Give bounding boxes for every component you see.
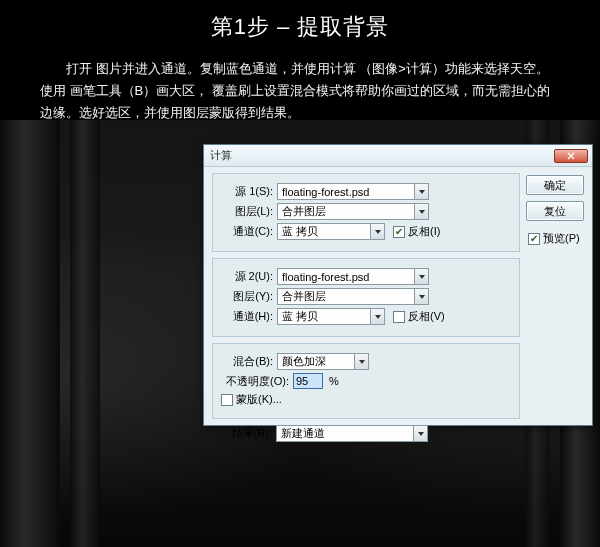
checkbox-icon [221,394,233,406]
page-title: 第1步 – 提取背景 [0,0,600,42]
source2-file-value: floating-forest.psd [282,271,414,283]
preview-label: 预览(P) [543,231,580,246]
chevron-down-icon [370,309,384,324]
source2-channel-label: 通道(H): [221,309,277,324]
result-value: 新建通道 [281,426,413,441]
opacity-input[interactable] [293,373,323,389]
source2-group: 源 2(U): floating-forest.psd 图层(Y): 合并图层 … [212,258,520,337]
source1-layer-value: 合并图层 [282,204,414,219]
source1-invert-label: 反相(I) [408,224,440,239]
checkbox-icon: ✔ [393,226,405,238]
source2-file-dropdown[interactable]: floating-forest.psd [277,268,429,285]
dialog-title: 计算 [210,148,554,163]
preview-checkbox[interactable]: ✔ 预览(P) [528,231,584,246]
chevron-down-icon [354,354,368,369]
ok-button[interactable]: 确定 [526,175,584,195]
chevron-down-icon [414,184,428,199]
checkbox-icon [393,311,405,323]
opacity-unit: % [329,375,339,387]
mask-checkbox[interactable]: 蒙版(K)... [221,392,282,407]
chevron-down-icon [414,204,428,219]
source1-label: 源 1(S): [221,184,277,199]
opacity-label: 不透明度(O): [221,374,293,389]
result-label: 结果(R): [220,426,276,441]
checkbox-icon: ✔ [528,233,540,245]
source1-layer-label: 图层(L): [221,204,277,219]
mask-label: 蒙版(K)... [236,392,282,407]
chevron-down-icon [414,289,428,304]
source2-layer-dropdown[interactable]: 合并图层 [277,288,429,305]
source2-layer-label: 图层(Y): [221,289,277,304]
source1-channel-value: 蓝 拷贝 [282,224,370,239]
source2-invert-checkbox[interactable]: 反相(V) [393,309,445,324]
chevron-down-icon [370,224,384,239]
source2-channel-value: 蓝 拷贝 [282,309,370,324]
calculations-dialog: 计算 源 1(S): floating-forest.psd 图层(L): 合并… [203,144,593,426]
dialog-close-button[interactable] [554,149,588,163]
source1-layer-dropdown[interactable]: 合并图层 [277,203,429,220]
blending-mode-value: 颜色加深 [282,354,354,369]
source1-file-dropdown[interactable]: floating-forest.psd [277,183,429,200]
close-icon [567,152,575,160]
chevron-down-icon [414,269,428,284]
source1-channel-label: 通道(C): [221,224,277,239]
source1-group: 源 1(S): floating-forest.psd 图层(L): 合并图层 … [212,173,520,252]
source1-channel-dropdown[interactable]: 蓝 拷贝 [277,223,385,240]
source2-invert-label: 反相(V) [408,309,445,324]
dialog-titlebar[interactable]: 计算 [204,145,592,167]
reset-button[interactable]: 复位 [526,201,584,221]
source1-file-value: floating-forest.psd [282,186,414,198]
source1-invert-checkbox[interactable]: ✔ 反相(I) [393,224,440,239]
chevron-down-icon [413,426,427,441]
source2-channel-dropdown[interactable]: 蓝 拷贝 [277,308,385,325]
source2-label: 源 2(U): [221,269,277,284]
blending-mode-dropdown[interactable]: 颜色加深 [277,353,369,370]
result-dropdown[interactable]: 新建通道 [276,425,428,442]
blending-label: 混合(B): [221,354,277,369]
instructions-text: 打开 图片并进入通道。复制蓝色通道，并使用计算 （图像>计算）功能来选择天空。使… [0,42,600,132]
source2-layer-value: 合并图层 [282,289,414,304]
blending-group: 混合(B): 颜色加深 不透明度(O): % 蒙版(K)... [212,343,520,419]
